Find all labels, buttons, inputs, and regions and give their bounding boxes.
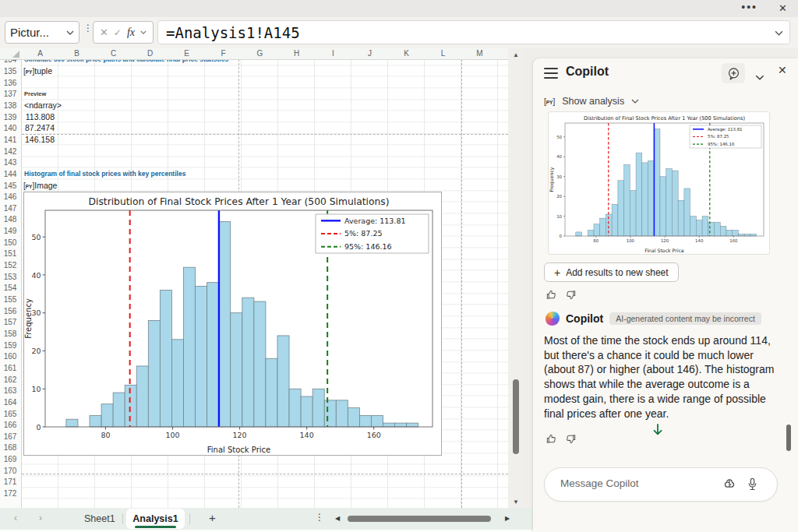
- row-header-169[interactable]: 169: [0, 453, 20, 465]
- row-header-146[interactable]: 146: [0, 191, 20, 203]
- row-header-152[interactable]: 152: [0, 259, 20, 271]
- cell-A137[interactable]: Preview: [22, 88, 46, 100]
- embedded-chart[interactable]: 8010012014016001020304050Distribution of…: [23, 192, 442, 456]
- add-results-button[interactable]: + Add results to new sheet: [544, 262, 679, 282]
- scroll-up-icon[interactable]: ▲: [508, 51, 524, 58]
- window-close-icon[interactable]: ✕: [779, 2, 787, 14]
- row-header-156[interactable]: 156: [0, 305, 20, 317]
- cell-A140[interactable]: 87.2474: [22, 122, 55, 134]
- show-analysis-row[interactable]: [PY] Show analysis: [544, 94, 639, 108]
- column-header-H[interactable]: H: [278, 48, 315, 59]
- column-header-L[interactable]: L: [425, 48, 461, 59]
- row-header-163[interactable]: 163: [0, 385, 20, 396]
- formula-input[interactable]: =Analysis1!A145: [157, 20, 790, 44]
- row-header-137[interactable]: 137: [0, 88, 20, 100]
- row-header-165[interactable]: 165: [0, 408, 20, 420]
- vertical-scrollbar-thumb[interactable]: [513, 379, 519, 454]
- row-header-159[interactable]: 159: [0, 340, 20, 351]
- column-header-J[interactable]: J: [351, 48, 388, 59]
- tab-sheet1[interactable]: Sheet1: [78, 508, 122, 530]
- cell-A145[interactable]: [PY]Image: [22, 180, 57, 192]
- scroll-down-icon[interactable]: ▼: [508, 499, 524, 506]
- row-header-157[interactable]: 157: [0, 316, 20, 328]
- row-header-170[interactable]: 170: [0, 465, 20, 477]
- enter-icon[interactable]: ✓: [114, 27, 122, 38]
- row-header-171[interactable]: 171: [0, 476, 20, 488]
- column-header-B[interactable]: B: [58, 48, 95, 59]
- hscroll-left-icon[interactable]: ◀: [335, 515, 340, 522]
- insert-function-icon[interactable]: fx: [127, 26, 135, 39]
- row-header-164[interactable]: 164: [0, 396, 20, 408]
- row-header-168[interactable]: 168: [0, 442, 20, 453]
- microphone-icon[interactable]: [747, 477, 758, 491]
- row-header-138[interactable]: 138: [0, 100, 20, 111]
- column-header-E[interactable]: E: [168, 48, 205, 59]
- chevron-down-icon[interactable]: [66, 30, 74, 35]
- hscroll-right-icon[interactable]: ▶: [505, 515, 510, 522]
- row-header-150[interactable]: 150: [0, 237, 20, 248]
- row-header-167[interactable]: 167: [0, 431, 20, 442]
- row-header-143[interactable]: 143: [0, 157, 20, 168]
- new-chat-button[interactable]: [722, 63, 745, 83]
- message-copilot-input[interactable]: [559, 477, 710, 490]
- row-header-160[interactable]: 160: [0, 351, 20, 362]
- horizontal-scrollbar-thumb[interactable]: [348, 516, 491, 522]
- row-header-162[interactable]: 162: [0, 374, 20, 386]
- panel-scrollbar-thumb[interactable]: [786, 425, 791, 451]
- row-header-144[interactable]: 144: [0, 168, 20, 180]
- formula-bar-handle-icon[interactable]: ⋮: [83, 26, 93, 30]
- thumbs-up-icon[interactable]: [546, 433, 557, 445]
- row-header-161[interactable]: 161: [0, 362, 20, 374]
- row-header-140[interactable]: 140: [0, 122, 20, 134]
- thumbs-up-icon[interactable]: [546, 289, 557, 301]
- cell-A141[interactable]: 146.158: [22, 134, 55, 146]
- column-header-G[interactable]: G: [242, 48, 278, 59]
- column-header-D[interactable]: D: [132, 48, 168, 59]
- tab-analysis1[interactable]: Analysis1: [126, 509, 185, 529]
- menu-icon[interactable]: [544, 68, 558, 79]
- row-header-172[interactable]: 172: [0, 488, 20, 499]
- row-header-147[interactable]: 147: [0, 203, 20, 214]
- name-box[interactable]: Pictur...: [5, 21, 79, 44]
- column-header-M[interactable]: M: [461, 48, 498, 59]
- thumbs-down-icon[interactable]: [565, 433, 577, 445]
- cell-A144[interactable]: Histogram of final stock prices with key…: [22, 168, 185, 180]
- row-header-142[interactable]: 142: [0, 146, 20, 157]
- column-header-K[interactable]: K: [388, 48, 425, 59]
- row-header-153[interactable]: 153: [0, 271, 20, 283]
- row-header-145[interactable]: 145: [0, 180, 20, 192]
- select-all-corner[interactable]: [12, 51, 19, 58]
- row-header-141[interactable]: 141: [0, 134, 20, 146]
- expand-formula-bar-icon[interactable]: [775, 30, 783, 36]
- chevron-down-icon[interactable]: [140, 30, 147, 34]
- column-header-N[interactable]: N: [498, 48, 508, 59]
- row-header-139[interactable]: 139: [0, 111, 20, 123]
- row-header-148[interactable]: 148: [0, 213, 20, 225]
- row-header-135[interactable]: 135: [0, 65, 20, 77]
- chart-result-card[interactable]: 8010012014016001020304050Distribution of…: [548, 111, 770, 255]
- cell-A139[interactable]: 113.808: [22, 111, 55, 123]
- row-header-158[interactable]: 158: [0, 328, 20, 340]
- scroll-to-bottom-button[interactable]: [651, 423, 664, 440]
- cell-A138[interactable]: <ndarray>: [22, 100, 62, 111]
- column-header-F[interactable]: F: [205, 48, 242, 59]
- thumbs-down-icon[interactable]: [565, 289, 577, 301]
- column-header-I[interactable]: I: [315, 48, 351, 59]
- cancel-icon[interactable]: ✕: [100, 26, 108, 38]
- brain-icon[interactable]: [722, 477, 736, 491]
- column-header-A[interactable]: A: [22, 48, 58, 59]
- row-header-166[interactable]: 166: [0, 419, 20, 431]
- column-header-C[interactable]: C: [95, 48, 132, 59]
- chevron-down-icon[interactable]: [631, 99, 639, 104]
- row-header-155[interactable]: 155: [0, 294, 20, 305]
- sheet-nav-prev-icon[interactable]: ‹: [14, 513, 17, 523]
- row-header-149[interactable]: 149: [0, 225, 20, 237]
- row-header-151[interactable]: 151: [0, 248, 20, 259]
- sheet-nav-next-icon[interactable]: ›: [39, 513, 42, 523]
- close-panel-icon[interactable]: ✕: [778, 64, 787, 76]
- row-header-136[interactable]: 136: [0, 77, 20, 89]
- window-more-icon[interactable]: •••: [741, 1, 757, 13]
- add-sheet-button[interactable]: +: [209, 511, 216, 524]
- cell-A134[interactable]: Simulate 500 stock price paths and calcu…: [22, 59, 228, 65]
- row-header-154[interactable]: 154: [0, 282, 20, 294]
